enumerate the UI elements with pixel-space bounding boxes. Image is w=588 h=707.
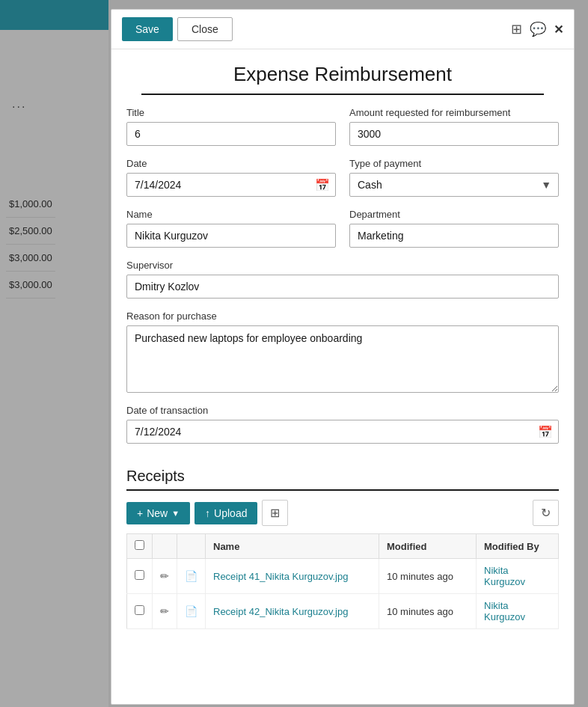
file-link[interactable]: Receipt 42_Nikita Kurguzov.jpg xyxy=(213,606,348,617)
name-label: Name xyxy=(126,209,336,220)
supervisor-input[interactable] xyxy=(126,275,559,299)
refresh-button[interactable]: ↻ xyxy=(533,500,559,526)
row-checkbox[interactable] xyxy=(135,570,144,580)
chat-icon[interactable]: 💬 xyxy=(530,21,546,37)
form-row-transaction-date: Date of transaction 📅 xyxy=(126,405,559,444)
receipts-table: Name Modified Modified By ✏ 📄 Receipt 41… xyxy=(126,533,559,629)
form-group-payment: Type of payment Cash Credit Card Check ▼ xyxy=(349,158,559,197)
form-group-supervisor: Supervisor xyxy=(126,260,559,299)
close-x-button[interactable]: ✕ xyxy=(554,22,563,37)
supervisor-label: Supervisor xyxy=(126,260,559,271)
form-row-title-amount: Title Amount requested for reimbursement xyxy=(126,107,559,146)
table-row: ✏ 📄 Receipt 41_Nikita Kurguzov.jpg 10 mi… xyxy=(127,559,559,594)
col-header-file-icon xyxy=(177,534,206,559)
reason-label: Reason for purchase xyxy=(126,310,559,322)
new-button[interactable]: + New ▼ xyxy=(126,502,190,524)
title-input[interactable] xyxy=(126,122,336,146)
form-row-supervisor: Supervisor xyxy=(126,260,559,299)
department-label: Department xyxy=(349,209,559,220)
name-input[interactable] xyxy=(126,224,336,248)
row-modified-by-cell: Nikita Kurguzov xyxy=(477,559,559,594)
file-link[interactable]: Receipt 41_Nikita Kurguzov.jpg xyxy=(213,571,348,582)
template-icon: ⊞ xyxy=(270,506,280,519)
calendar-icon[interactable]: 📅 xyxy=(315,178,330,192)
row-checkbox-cell xyxy=(127,594,153,629)
row-checkbox[interactable] xyxy=(135,605,144,615)
refresh-icon: ↻ xyxy=(541,506,551,519)
modal-title: Expense Reimbursement xyxy=(141,49,544,95)
receipts-toolbar: + New ▼ ↑ Upload ⊞ ↻ xyxy=(126,500,559,526)
payment-type-select[interactable]: Cash Credit Card Check xyxy=(349,173,559,197)
date-input[interactable] xyxy=(126,173,336,197)
new-plus-icon: + xyxy=(137,507,143,519)
amount-label: Amount requested for reimbursement xyxy=(349,107,559,118)
row-name-cell: Receipt 41_Nikita Kurguzov.jpg xyxy=(206,559,379,594)
edit-icon[interactable]: ✏ xyxy=(160,570,169,582)
col-header-checkbox xyxy=(127,534,153,559)
date-label: Date xyxy=(126,158,336,169)
form-group-date: Date 📅 xyxy=(126,158,336,197)
transaction-date-wrapper: 📅 xyxy=(126,420,559,444)
form-group-reason: Reason for purchase xyxy=(126,310,559,393)
template-button[interactable]: ⊞ xyxy=(262,500,288,526)
reason-textarea[interactable] xyxy=(126,325,559,393)
form-group-title: Title xyxy=(126,107,336,146)
col-header-modified-by: Modified By xyxy=(477,534,559,559)
edit-icon[interactable]: ✏ xyxy=(160,605,169,617)
modified-by-link[interactable]: Nikita Kurguzov xyxy=(484,600,525,622)
form-group-amount: Amount requested for reimbursement xyxy=(349,107,559,146)
row-file-icon-cell: 📄 xyxy=(177,594,206,629)
receipts-table-body: ✏ 📄 Receipt 41_Nikita Kurguzov.jpg 10 mi… xyxy=(127,559,559,629)
receipts-title: Receipts xyxy=(126,468,559,491)
close-button[interactable]: Close xyxy=(177,17,233,41)
payment-select-wrapper: Cash Credit Card Check ▼ xyxy=(349,173,559,197)
payment-type-label: Type of payment xyxy=(349,158,559,169)
row-modified-by-cell: Nikita Kurguzov xyxy=(477,594,559,629)
upload-label: Upload xyxy=(214,507,247,519)
department-input[interactable] xyxy=(349,224,559,248)
amount-input[interactable] xyxy=(349,122,559,146)
receipts-section: Receipts + New ▼ ↑ Upload ⊞ ↻ xyxy=(111,468,574,644)
new-dropdown-arrow: ▼ xyxy=(171,509,180,518)
modified-by-link[interactable]: Nikita Kurguzov xyxy=(484,565,525,587)
form-row-reason: Reason for purchase xyxy=(126,310,559,393)
form-group-transaction-date: Date of transaction 📅 xyxy=(126,405,559,444)
toolbar-right: ⊞ 💬 ✕ xyxy=(511,21,563,37)
transaction-date-label: Date of transaction xyxy=(126,405,559,416)
save-button[interactable]: Save xyxy=(122,17,173,41)
row-file-icon-cell: 📄 xyxy=(177,559,206,594)
title-label: Title xyxy=(126,107,336,118)
col-header-modified: Modified xyxy=(379,534,477,559)
form-group-department: Department xyxy=(349,209,559,248)
modal-toolbar: Save Close ⊞ 💬 ✕ xyxy=(111,10,574,49)
col-header-name: Name xyxy=(206,534,379,559)
row-name-cell: Receipt 42_Nikita Kurguzov.jpg xyxy=(206,594,379,629)
row-checkbox-cell xyxy=(127,559,153,594)
upload-button[interactable]: ↑ Upload xyxy=(195,502,257,524)
expense-reimbursement-modal: Save Close ⊞ 💬 ✕ Expense Reimbursement T… xyxy=(111,9,575,705)
file-icon: 📄 xyxy=(185,605,197,617)
row-edit-cell: ✏ xyxy=(153,559,177,594)
row-modified-cell: 10 minutes ago xyxy=(379,594,477,629)
row-edit-cell: ✏ xyxy=(153,594,177,629)
upload-arrow-icon: ↑ xyxy=(205,507,210,519)
date-input-wrapper: 📅 xyxy=(126,173,336,197)
transaction-calendar-icon[interactable]: 📅 xyxy=(538,425,553,439)
table-header-row: Name Modified Modified By xyxy=(127,534,559,559)
file-icon: 📄 xyxy=(185,570,197,582)
new-label: New xyxy=(147,507,168,519)
col-header-edit xyxy=(153,534,177,559)
transaction-date-input[interactable] xyxy=(126,420,559,444)
form-body: Title Amount requested for reimbursement… xyxy=(111,95,574,468)
select-all-checkbox[interactable] xyxy=(135,540,144,550)
table-row: ✏ 📄 Receipt 42_Nikita Kurguzov.jpg 10 mi… xyxy=(127,594,559,629)
toolbar-left: Save Close xyxy=(122,17,233,41)
grid-icon[interactable]: ⊞ xyxy=(511,21,522,37)
row-modified-cell: 10 minutes ago xyxy=(379,559,477,594)
form-row-date-payment: Date 📅 Type of payment Cash Credit Card … xyxy=(126,158,559,197)
form-group-name: Name xyxy=(126,209,336,248)
form-row-name-dept: Name Department xyxy=(126,209,559,248)
